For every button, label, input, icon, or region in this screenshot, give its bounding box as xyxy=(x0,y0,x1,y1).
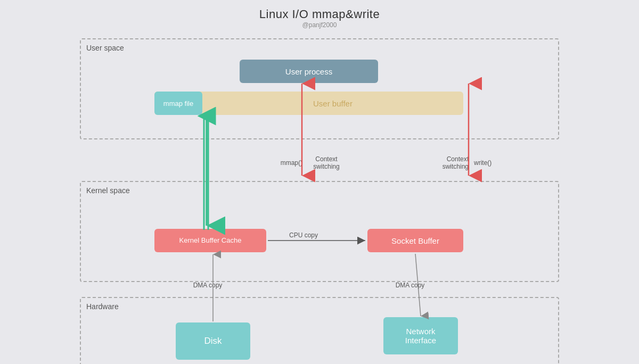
network-interface-block: Network Interface xyxy=(383,317,458,354)
title-area: Linux I/O mmap&write @panjf2000 xyxy=(259,7,380,29)
user-process-label: User process xyxy=(285,67,332,76)
kernel-buffer-cache-block: Kernel Buffer Cache xyxy=(154,229,266,252)
kernel-space-label: Kernel space xyxy=(86,186,130,195)
zone-hardware: Hardware xyxy=(80,297,559,364)
mmap-file-block: mmap file xyxy=(154,92,202,115)
mmap-label: mmap() xyxy=(271,159,302,167)
disk-block: Disk xyxy=(176,322,250,360)
user-process-block: User process xyxy=(240,60,378,83)
page: Linux I/O mmap&write @panjf2000 User spa… xyxy=(0,0,639,364)
hardware-label: Hardware xyxy=(86,302,119,311)
zone-user-space: User space xyxy=(80,38,559,139)
context-switching-2-label: Context switching xyxy=(426,155,469,170)
main-title: Linux I/O mmap&write xyxy=(259,7,380,21)
network-interface-label: Network Interface xyxy=(405,327,436,345)
context-switching-1-label: Context switching xyxy=(305,155,348,170)
user-space-label: User space xyxy=(86,44,124,52)
cpu-copy-label: CPU copy xyxy=(280,231,327,239)
socket-buffer-label: Socket Buffer xyxy=(391,236,439,245)
kernel-buffer-cache-label: Kernel Buffer Cache xyxy=(179,236,242,245)
write-label: write() xyxy=(474,159,503,167)
mmap-file-label: mmap file xyxy=(163,100,193,107)
dma-copy-2-label: DMA copy xyxy=(389,282,431,289)
socket-buffer-block: Socket Buffer xyxy=(367,229,463,252)
diagram-container: User space Kernel space Hardware User pr… xyxy=(69,33,570,352)
user-buffer-wrap: mmap file User buffer xyxy=(154,92,463,115)
disk-label: Disk xyxy=(204,336,222,346)
user-buffer-label: User buffer xyxy=(202,99,463,108)
dma-copy-1-label: DMA copy xyxy=(186,282,229,289)
subtitle: @panjf2000 xyxy=(259,21,380,29)
